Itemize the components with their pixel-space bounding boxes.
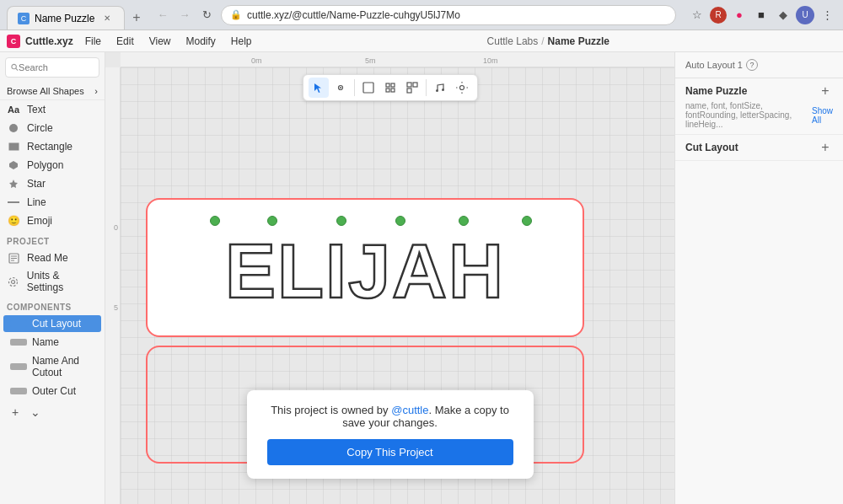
component-cut-layout[interactable]: Cut Layout	[3, 315, 101, 332]
new-tab-btn[interactable]: +	[125, 6, 148, 29]
canvas-toolbar	[303, 74, 478, 101]
canvas-area[interactable]: 0m 5m 10m 0 5	[105, 52, 674, 504]
toolbar-sep-2	[426, 79, 427, 96]
shape-rectangle[interactable]: Rectangle	[0, 137, 105, 156]
copy-project-btn[interactable]: Copy This Project	[267, 439, 513, 465]
project-readme[interactable]: Read Me	[0, 249, 105, 267]
ext-btn-4[interactable]: ◆	[774, 6, 792, 24]
cut-layout-add-btn[interactable]: +	[818, 140, 833, 155]
notification-text-prefix: This project is owned by	[271, 404, 391, 416]
svg-rect-18	[386, 88, 389, 92]
menu-edit[interactable]: Edit	[110, 34, 141, 49]
horizontal-ruler: 0m 5m 10m	[121, 52, 674, 67]
ruler-mark-0m: 0m	[251, 56, 262, 65]
search-input[interactable]	[19, 62, 94, 72]
auto-layout-info-icon[interactable]: ?	[746, 59, 758, 71]
svg-point-14	[340, 87, 341, 88]
units-settings-label: Units & Settings	[27, 270, 98, 293]
svg-rect-22	[407, 88, 411, 93]
svg-point-0	[12, 64, 16, 68]
show-all-btn[interactable]: Show All	[812, 106, 833, 125]
breadcrumb-separator: /	[541, 35, 544, 47]
tab-title: Name Puzzle	[35, 13, 94, 24]
component-btn[interactable]	[380, 78, 400, 98]
component-name[interactable]: Name	[3, 334, 101, 351]
frame-btn[interactable]	[358, 78, 379, 98]
logo-text: Cuttle.xyz	[25, 35, 73, 47]
menubar: C Cuttle.xyz File Edit View Modify Help …	[0, 30, 843, 52]
outer-cut-color	[10, 388, 27, 394]
browse-shapes-label: Browse All Shapes	[7, 86, 84, 96]
auto-layout-label: Auto Layout 1 ?	[685, 59, 833, 71]
refresh-btn[interactable]: ↻	[197, 6, 216, 24]
component-outer-cut[interactable]: Outer Cut	[3, 383, 101, 399]
svg-rect-16	[386, 83, 389, 87]
name-label: Name	[32, 336, 59, 348]
search-box[interactable]	[5, 57, 99, 78]
shape-line-label: Line	[27, 196, 46, 208]
repeat-btn[interactable]	[402, 78, 422, 98]
music-btn[interactable]	[430, 78, 450, 98]
toolbar-sep-1	[354, 79, 355, 96]
svg-point-24	[442, 88, 444, 91]
name-puzzle-title: Name Puzzle	[685, 85, 747, 97]
svg-rect-17	[391, 83, 395, 87]
ext-btn-2[interactable]: ●	[730, 6, 749, 24]
select-tool-btn[interactable]	[309, 78, 329, 98]
menu-help[interactable]: Help	[224, 34, 259, 49]
more-components-btn[interactable]: ⌄	[27, 404, 44, 421]
browse-shapes-arrow: ›	[94, 86, 98, 96]
settings-tool-btn[interactable]	[452, 78, 472, 98]
add-component-btn[interactable]: +	[7, 404, 24, 421]
menu-btn[interactable]: ⋮	[818, 6, 836, 24]
name-puzzle-props-text: name, font, fontSize, fontRounding, lett…	[685, 101, 812, 129]
shape-emoji[interactable]: 🙂 Emoji	[0, 212, 105, 230]
project-units-settings[interactable]: Units & Settings	[0, 267, 105, 296]
ext-btn-1[interactable]: R	[710, 7, 727, 24]
forward-btn[interactable]: →	[175, 6, 194, 24]
name-puzzle-add-btn[interactable]: +	[818, 83, 833, 99]
ext-btn-3[interactable]: ■	[752, 6, 771, 24]
browse-all-shapes-btn[interactable]: Browse All Shapes ›	[0, 83, 105, 100]
svg-point-25	[459, 86, 464, 90]
readme-icon	[7, 251, 20, 265]
emoji-icon: 🙂	[7, 214, 20, 228]
main-area: Browse All Shapes › Aa Text Circle Recta…	[0, 52, 843, 504]
pen-tool-btn[interactable]	[330, 78, 351, 98]
vertical-ruler: 0 5	[105, 67, 121, 504]
shape-star[interactable]: Star	[0, 174, 105, 193]
rectangle-icon	[7, 140, 20, 153]
shape-text-label: Text	[27, 104, 46, 115]
notification-text: This project is owned by @cuttle. Make a…	[267, 404, 513, 429]
app-logo[interactable]: C Cuttle.xyz	[7, 35, 73, 48]
tab-close-btn[interactable]: ✕	[100, 12, 114, 25]
ruler-vmark-0: 0	[114, 223, 118, 232]
svg-rect-20	[407, 83, 411, 87]
shape-rectangle-label: Rectangle	[27, 141, 72, 153]
name-puzzle-section-header[interactable]: Name Puzzle +	[685, 83, 833, 99]
user-avatar-btn[interactable]: U	[796, 6, 814, 24]
left-sidebar: Browse All Shapes › Aa Text Circle Recta…	[0, 52, 105, 504]
svg-rect-15	[363, 83, 373, 93]
menu-view[interactable]: View	[142, 34, 178, 49]
right-panel: Auto Layout 1 ? Name Puzzle + name, font…	[674, 52, 843, 504]
back-btn[interactable]: ←	[153, 6, 172, 24]
menu-file[interactable]: File	[78, 34, 108, 49]
shape-circle[interactable]: Circle	[0, 119, 105, 137]
browser-tab-active[interactable]: C Name Puzzle ✕	[7, 6, 125, 29]
star-btn[interactable]: ☆	[688, 6, 706, 24]
shape-line[interactable]: Line	[0, 193, 105, 212]
polygon-icon	[7, 158, 20, 172]
upper-frame[interactable]: ELIJAH	[146, 198, 584, 337]
component-name-and-cutout[interactable]: Name And Cutout	[3, 352, 101, 381]
cut-layout-title: Cut Layout	[685, 142, 738, 153]
shape-circle-label: Circle	[27, 122, 53, 134]
menu-modify[interactable]: Modify	[180, 34, 223, 49]
shape-text[interactable]: Aa Text	[0, 100, 105, 119]
cut-layout-section-header[interactable]: Cut Layout +	[685, 140, 833, 155]
ruler-vmark-5: 5	[114, 303, 118, 312]
svg-marker-5	[9, 180, 18, 188]
notification-link[interactable]: @cuttle	[391, 404, 428, 416]
address-bar[interactable]: 🔒 cuttle.xyz/@cuttle/Name-Puzzle-cuhgyU5…	[221, 5, 676, 25]
shape-polygon[interactable]: Polygon	[0, 156, 105, 174]
